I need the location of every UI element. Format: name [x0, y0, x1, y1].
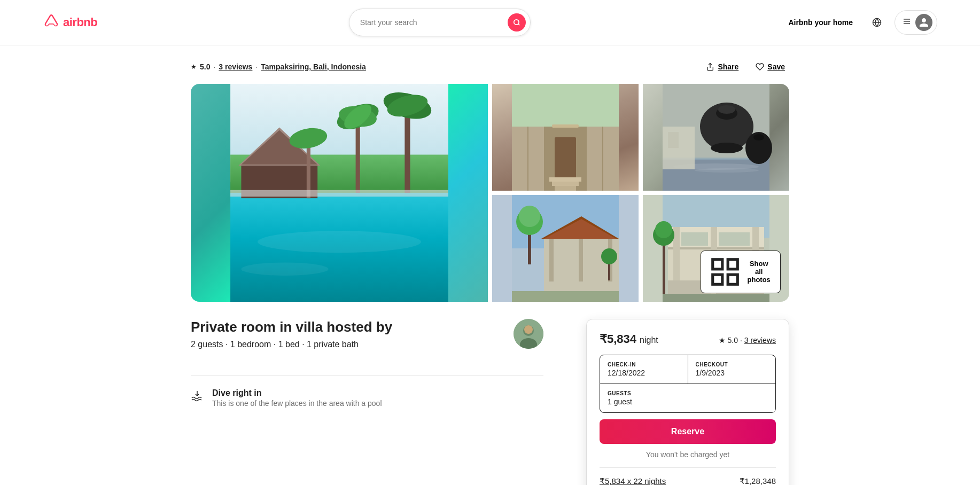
price-reviews-link[interactable]: 3 reviews [744, 336, 776, 345]
photo-main[interactable] [191, 84, 488, 302]
price-breakdown: ₹5,834 x 22 nights ₹1,28,348 Weekly disc… [600, 467, 776, 485]
svg-rect-36 [555, 186, 576, 191]
svg-point-54 [519, 206, 540, 227]
dot-separator-2: · [255, 62, 258, 71]
listing-meta-left: ★ 5.0 · 3 reviews · Tampaksiring, Bali, … [191, 62, 366, 71]
price-line-1-value: ₹1,28,348 [740, 476, 776, 485]
price-night: night [640, 335, 658, 345]
price-rating: ★ 5.0 · 3 reviews [719, 336, 776, 345]
svg-rect-35 [552, 182, 579, 186]
checkin-field[interactable]: CHECK-IN 12/18/2022 [600, 355, 688, 384]
logo[interactable]: airbnb [43, 14, 97, 31]
main-photo-image [191, 84, 488, 302]
host-avatar[interactable] [514, 319, 543, 349]
photo-2[interactable] [643, 84, 789, 191]
date-row: CHECK-IN 12/18/2022 CHECKOUT 1/9/2023 [600, 355, 775, 384]
guests-value: 1 guest [608, 397, 768, 406]
photo-side-grid: Show all photos [492, 84, 789, 302]
feature-dive-right-in: Dive right in This is one of the few pla… [191, 388, 543, 408]
share-label: Share [718, 62, 738, 71]
svg-rect-80 [713, 260, 722, 269]
feature-desc: This is one of the few places in the are… [212, 399, 382, 408]
svg-point-45 [753, 134, 764, 140]
avatar [915, 14, 932, 31]
photo-1[interactable] [492, 84, 639, 191]
checkin-value: 12/18/2022 [608, 369, 680, 377]
listing-meta: ★ 5.0 · 3 reviews · Tampaksiring, Bali, … [191, 58, 789, 75]
reserve-button[interactable]: Reserve [600, 419, 776, 444]
rating: 5.0 [200, 62, 210, 71]
checkout-field[interactable]: CHECKOUT 1/9/2023 [688, 355, 776, 384]
price-row: ₹5,834 night ★ 5.0 · 3 reviews [600, 332, 776, 346]
svg-rect-76 [663, 238, 665, 302]
header-right: Airbnb your home [782, 10, 937, 35]
svg-rect-61 [512, 291, 619, 302]
listing-title: Private room in villa hosted by [191, 319, 392, 335]
checkout-label: CHECKOUT [696, 362, 768, 367]
share-button[interactable]: Share [702, 58, 743, 75]
price-line-1-label[interactable]: ₹5,834 x 22 nights [600, 476, 666, 485]
main-content: ★ 5.0 · 3 reviews · Tampaksiring, Bali, … [148, 45, 832, 485]
svg-point-87 [524, 325, 533, 334]
reviews-link[interactable]: 3 reviews [219, 62, 252, 71]
save-button[interactable]: Save [751, 58, 789, 75]
globe-icon [872, 18, 882, 27]
svg-rect-34 [549, 177, 581, 182]
guests-field[interactable]: GUESTS 1 guest [600, 384, 775, 412]
checkout-value: 1/9/2023 [696, 369, 768, 377]
search-input[interactable] [360, 18, 503, 27]
svg-rect-24 [230, 190, 448, 197]
grid-icon [709, 255, 742, 288]
star-icon: ★ [191, 63, 197, 71]
show-all-photos-button[interactable]: Show all photos [701, 251, 781, 293]
svg-point-10 [241, 262, 328, 275]
save-label: Save [767, 62, 785, 71]
search-icon [513, 19, 520, 26]
photo-1-image [492, 84, 639, 191]
photo-4[interactable]: Show all photos [643, 195, 789, 302]
svg-rect-49 [668, 132, 679, 148]
svg-point-42 [718, 105, 735, 114]
photo-2-image [643, 84, 789, 191]
header: airbnb Airbnb your home [0, 0, 980, 45]
show-all-label: Show all photos [745, 260, 773, 284]
svg-rect-33 [552, 124, 579, 128]
svg-rect-28 [555, 137, 576, 180]
heart-icon [756, 62, 764, 71]
divider-1 [191, 375, 543, 376]
svg-rect-79 [663, 294, 769, 302]
share-icon [706, 62, 714, 71]
user-menu-button[interactable] [895, 10, 937, 35]
svg-point-43 [711, 143, 743, 153]
svg-rect-83 [728, 275, 738, 284]
pool-icon [191, 389, 204, 405]
svg-rect-58 [549, 239, 554, 281]
search-bar[interactable] [349, 9, 531, 36]
svg-rect-73 [719, 232, 750, 246]
date-inputs: CHECK-IN 12/18/2022 CHECKOUT 1/9/2023 GU… [600, 355, 776, 413]
booking-card: ₹5,834 night ★ 5.0 · 3 reviews CHECK-IN … [586, 319, 789, 485]
airbnb-logo-icon [43, 14, 60, 31]
globe-button[interactable] [868, 13, 886, 32]
svg-rect-19 [405, 106, 410, 193]
svg-point-9 [258, 231, 421, 253]
svg-point-0 [514, 20, 519, 25]
listing-subtitle: 2 guests · 1 bedroom · 1 bed · 1 private… [191, 340, 392, 349]
price-star-icon: ★ [719, 336, 726, 345]
svg-point-78 [655, 221, 672, 238]
price-line-1: ₹5,834 x 22 nights ₹1,28,348 [600, 476, 776, 485]
hamburger-icon [903, 17, 911, 28]
location-link[interactable]: Tampaksiring, Bali, Indonesia [261, 62, 366, 71]
search-button[interactable] [508, 13, 526, 32]
svg-point-47 [695, 168, 759, 173]
svg-rect-26 [512, 84, 619, 127]
logo-text: airbnb [63, 15, 97, 29]
price-amount: ₹5,834 [600, 332, 636, 346]
svg-point-63 [601, 248, 617, 264]
photo-grid[interactable]: Show all photos [191, 84, 789, 302]
svg-rect-60 [579, 239, 583, 281]
dot-separator: · [213, 62, 215, 71]
photo-3[interactable] [492, 195, 639, 302]
listing-meta-right: Share Save [702, 58, 789, 75]
airbnb-home-button[interactable]: Airbnb your home [782, 14, 859, 31]
